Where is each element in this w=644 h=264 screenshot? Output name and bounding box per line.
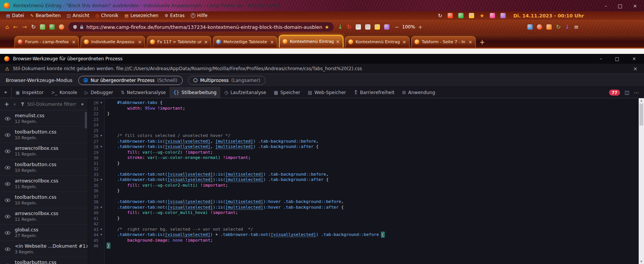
code-text[interactable]: .tabbrowser-tab:is([visuallyselected]) +…: [104, 232, 384, 238]
devtools-tab-inspektor[interactable]: ▣Inspektor: [12, 87, 47, 98]
hamburger-menu-icon[interactable]: ≡: [574, 24, 579, 30]
menu-extras[interactable]: ⚙Extras: [161, 13, 188, 18]
wrench-icon[interactable]: [469, 13, 474, 18]
tab-close-icon[interactable]: ×: [138, 39, 142, 45]
visibility-eye-icon[interactable]: [5, 213, 11, 220]
devtools-tab-anwendung[interactable]: ⊞Anwendung: [398, 87, 439, 98]
import-stylesheet-icon[interactable]: [14, 102, 16, 107]
stylesheet-item[interactable]: toolbarbutton.css10 Regeln.: [0, 159, 88, 176]
code-editor[interactable]: 20▾ #tabbrowser-tabs {21 width: 95vw !im…: [88, 98, 644, 264]
stylesheet-item[interactable]: toolbarbutton.css10 Regeln.: [0, 257, 88, 264]
devtools-tab-stilbearbeitung[interactable]: {}Stilbearbeitung: [169, 87, 220, 98]
menu-lesezeichen[interactable]: ▤Lesezeichen: [122, 13, 161, 18]
home-icon[interactable]: ⌂: [5, 24, 9, 30]
visibility-eye-icon[interactable]: [5, 229, 11, 236]
line-number[interactable]: 43: [88, 227, 98, 233]
toolbox-minimize-button[interactable]: –: [600, 56, 602, 61]
code-text[interactable]: fill: var(--ug-color2-multi) !important;: [104, 183, 228, 189]
print-icon[interactable]: [356, 24, 361, 30]
ublock-shield-icon[interactable]: [40, 24, 45, 30]
toolbox-close-button[interactable]: ×: [632, 56, 636, 61]
gift-icon[interactable]: [490, 13, 495, 18]
editor-scrollbar-thumb[interactable]: [639, 104, 643, 126]
stylesheet-item[interactable]: toolbarbutton.css10 Regeln.: [0, 192, 88, 208]
tab-close-icon[interactable]: ×: [204, 39, 208, 45]
visibility-eye-icon[interactable]: [5, 131, 11, 138]
stylesheet-item[interactable]: global.css27 Regeln.: [0, 225, 88, 241]
fold-caret-icon[interactable]: ▾: [98, 227, 104, 233]
account-sync-icon[interactable]: ↻: [438, 13, 443, 18]
code-text[interactable]: }: [104, 216, 120, 222]
code-text[interactable]: [104, 128, 107, 134]
cactus-icon[interactable]: [458, 13, 464, 18]
warning-close-icon[interactable]: ×: [633, 66, 639, 72]
code-text[interactable]: background-image: none !important;: [104, 238, 213, 244]
browser-tab[interactable]: Mehrzeilige Tableiste×: [213, 36, 277, 47]
code-text[interactable]: #tabbrowser-tabs {: [104, 100, 163, 106]
stylesheet-item[interactable]: arrowscrollbox.css11 Regeln.: [0, 208, 88, 225]
url-text[interactable]: https://www.camp-firefox.de/forum/thema/…: [86, 24, 322, 30]
line-number[interactable]: 32: [88, 166, 98, 172]
devtools-tab-debugger[interactable]: ▷Debugger: [81, 87, 117, 98]
screenshot-icon[interactable]: [365, 24, 370, 30]
mode-option-multiprozess[interactable]: Multiprozess(Langsamer): [188, 76, 266, 85]
leaf-extension-icon[interactable]: [49, 24, 55, 30]
zoom-in-button[interactable]: +: [418, 24, 422, 30]
grid-extension-icon[interactable]: [527, 24, 533, 30]
toolbox-maximize-button[interactable]: □: [615, 56, 619, 61]
split-console-icon[interactable]: ◫: [625, 90, 629, 95]
code-text[interactable]: .tabbrowser-tab:not([visuallyselected]):…: [104, 177, 329, 183]
line-number[interactable]: 23: [88, 117, 98, 123]
new-stylesheet-button[interactable]: +: [4, 101, 9, 107]
devtools-tab-barrierefreiheit[interactable]: Barrierefreiheit: [350, 87, 399, 98]
visibility-eye-icon[interactable]: [5, 148, 11, 155]
code-text[interactable]: [104, 122, 107, 128]
line-number[interactable]: 44: [88, 232, 98, 238]
tab-sync-icon[interactable]: ↻: [347, 24, 352, 30]
visibility-eye-icon[interactable]: [5, 180, 11, 187]
line-number[interactable]: 36: [88, 188, 98, 194]
line-number[interactable]: 45: [88, 238, 98, 244]
code-text[interactable]: [104, 166, 107, 172]
fold-caret-icon[interactable]: ▾: [98, 144, 104, 150]
line-number[interactable]: 41: [88, 216, 98, 222]
users-icon[interactable]: [500, 13, 506, 18]
tab-close-icon[interactable]: ×: [72, 39, 76, 45]
line-number[interactable]: 39: [88, 205, 98, 211]
zoom-out-button[interactable]: −: [395, 24, 399, 30]
tab-close-icon[interactable]: ×: [402, 39, 406, 45]
down-arrow-extension-icon[interactable]: ↓: [565, 24, 570, 30]
visibility-eye-icon[interactable]: [5, 115, 11, 122]
code-text[interactable]: fill: var(--ug-color_multi_hova) !import…: [104, 210, 238, 216]
line-number[interactable]: 46: [88, 243, 98, 249]
code-text[interactable]: }: [104, 243, 110, 249]
zoom-level[interactable]: 100%: [402, 24, 415, 30]
code-text[interactable]: }: [104, 188, 120, 194]
browser-tab[interactable]: Kontextmenü Eintrag×: [345, 36, 410, 47]
browser-tab[interactable]: Fx 117 > Tableiste unt×: [147, 36, 211, 47]
line-number[interactable]: 25: [88, 128, 98, 134]
stylesheet-item[interactable]: toolbarbutton.css10 Regeln.: [0, 127, 88, 143]
close-button[interactable]: ×: [633, 3, 637, 9]
devtools-tab-konsole[interactable]: >_Konsole: [47, 87, 81, 98]
line-number[interactable]: 24: [88, 122, 98, 128]
options-gear-icon[interactable]: [81, 102, 84, 107]
code-text[interactable]: [104, 194, 107, 200]
sidebar-scrollbar-thumb[interactable]: [85, 112, 87, 129]
browser-tab[interactable]: Individuelle Anpassu×: [81, 36, 145, 47]
tracking-shield-icon[interactable]: [73, 25, 77, 29]
line-number[interactable]: 31: [88, 161, 98, 167]
container-fox-icon[interactable]: [59, 24, 64, 30]
line-number[interactable]: 42: [88, 221, 98, 227]
browser-tab[interactable]: Forum - camp-firefox×: [14, 36, 79, 47]
devtools-tab-speicher[interactable]: ▦Speicher: [270, 87, 304, 98]
code-text[interactable]: .tabbrowser-tab:not([visuallyselected]):…: [104, 205, 344, 211]
code-text[interactable]: }: [104, 111, 110, 117]
line-number[interactable]: 33: [88, 172, 98, 178]
code-text[interactable]: .tabbrowser-tab:not([visuallyselected]):…: [104, 199, 344, 205]
devtools-tab-web-speicher[interactable]: ▤Web-Speicher: [304, 87, 350, 98]
scroll-up-arrow-icon[interactable]: ▲: [639, 98, 644, 103]
menu-chronik[interactable]: ◷Chronik: [92, 13, 122, 18]
line-number[interactable]: 37: [88, 194, 98, 200]
new-tab-button[interactable]: +: [479, 38, 485, 46]
